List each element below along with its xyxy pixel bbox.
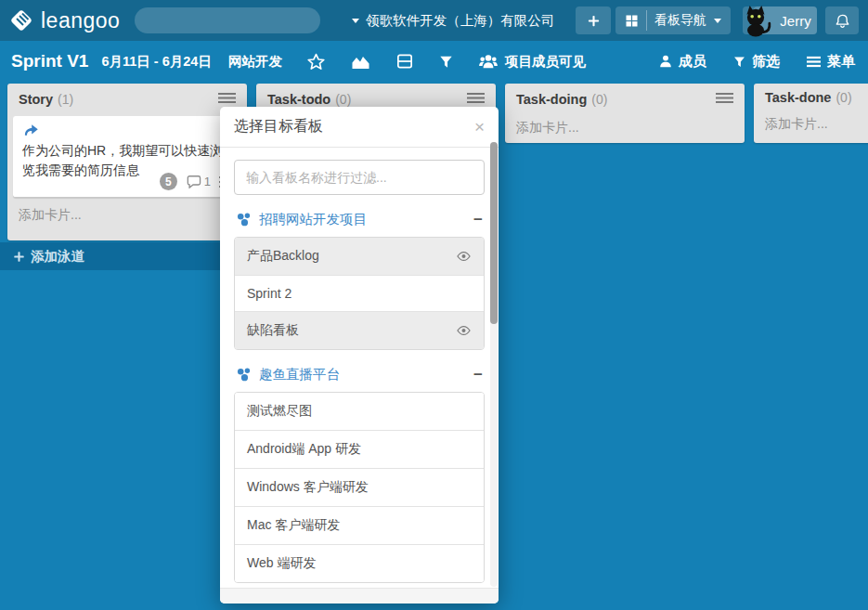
menu-button[interactable]: 菜单 <box>806 53 855 71</box>
project-link[interactable]: 网站开发 <box>228 53 282 71</box>
collapse-swimlane-button[interactable] <box>395 52 414 71</box>
story-card[interactable]: 作为公司的HR，我期望可以快速浏览我需要的简历信息 5 1 <box>13 116 241 198</box>
person-icon <box>658 54 673 69</box>
column-name: Task-doing <box>516 92 587 107</box>
project-group-header: 趣鱼直播平台 − <box>236 366 483 383</box>
board-nav-button[interactable]: 看板导航 <box>615 6 731 34</box>
visibility-label: 项目成员可见 <box>505 53 586 71</box>
menu-label: 菜单 <box>827 53 855 71</box>
leangoo-logo[interactable]: leangoo <box>0 8 129 33</box>
dialog-scrollbar[interactable] <box>490 142 498 587</box>
board-filter-input[interactable] <box>234 160 485 195</box>
filter-button[interactable]: 筛选 <box>732 53 780 71</box>
top-app-bar: leangoo 领歌软件开发（上海）有限公司 看板导航 <box>0 0 868 41</box>
column-count: (0) <box>836 90 851 105</box>
project-group-header: 招聘网站开发项目 − <box>236 211 483 228</box>
board-option[interactable]: 产品Backlog <box>235 238 484 275</box>
board-nav-label: 看板导航 <box>654 12 706 29</box>
collapse-group-icon[interactable]: − <box>473 367 483 383</box>
column-count: (0) <box>335 92 351 107</box>
plus-icon <box>587 14 601 28</box>
board-list: 测试燃尽图 Android端 App 研发 Windows 客户端研发 Mac … <box>234 392 485 583</box>
comment-count: 1 <box>186 175 211 188</box>
board-option[interactable]: 缺陷看板 <box>235 311 484 349</box>
column-story: Story (1) 作为公司的HR，我期望可以快速浏览我需要的简历信息 5 1 <box>7 84 247 240</box>
board-option[interactable]: Web 端研发 <box>235 544 484 582</box>
board-option-label: Android端 App 研发 <box>247 441 361 458</box>
favorite-star-button[interactable] <box>306 52 326 71</box>
project-group-name[interactable]: 招聘网站开发项目 <box>259 211 367 228</box>
project-cluster-icon <box>236 212 253 227</box>
column-name: Task-done <box>765 90 831 105</box>
column-count: (0) <box>591 92 607 107</box>
column-header: Task-done (0) <box>754 84 868 109</box>
user-menu-button[interactable]: Jerry <box>743 6 817 34</box>
board-option-label: Mac 客户端研发 <box>247 517 340 534</box>
board-option-label: 测试燃尽图 <box>247 403 312 420</box>
funnel-icon <box>438 54 454 70</box>
forward-arrow-icon[interactable] <box>22 123 39 136</box>
collapse-group-icon[interactable]: − <box>473 212 483 227</box>
select-target-board-dialog: 选择目标看板 × 招聘网站开发项目 − 产品Backlog <box>220 107 499 604</box>
board-option[interactable]: Windows 客户端研发 <box>235 468 484 506</box>
toolbar-right-actions: 成员 筛选 菜单 <box>658 53 855 71</box>
divider <box>646 10 647 31</box>
members-label: 成员 <box>679 53 706 71</box>
column-task-doing: Task-doing (0) 添加卡片... <box>505 84 745 143</box>
column-count: (1) <box>58 92 73 107</box>
board-option[interactable]: 测试燃尽图 <box>235 393 484 430</box>
star-icon <box>306 52 326 71</box>
add-card-button[interactable]: 添加卡片... <box>7 200 247 233</box>
project-cluster-icon <box>236 367 253 383</box>
notifications-button[interactable] <box>825 6 859 34</box>
close-icon[interactable]: × <box>474 118 485 136</box>
people-icon <box>478 53 499 70</box>
board-option[interactable]: Mac 客户端研发 <box>235 506 484 544</box>
board-option[interactable]: Android端 App 研发 <box>235 430 484 468</box>
avatar <box>739 4 772 37</box>
filter-label: 筛选 <box>752 53 780 71</box>
column-menu-icon[interactable] <box>714 90 735 109</box>
column-header: Story (1) <box>7 84 247 112</box>
board-list: 产品Backlog Sprint 2 缺陷看板 <box>234 237 485 350</box>
column-menu-icon[interactable] <box>216 90 238 109</box>
board-option-label: 缺陷看板 <box>247 322 299 339</box>
global-search[interactable] <box>135 7 320 33</box>
hamburger-icon <box>806 55 822 69</box>
comment-bubble-icon <box>186 175 201 188</box>
dialog-title: 选择目标看板 <box>234 117 323 136</box>
add-swimlane-label: 添加泳道 <box>31 248 84 266</box>
members-button[interactable]: 成员 <box>658 53 706 71</box>
scrollbar-thumb[interactable] <box>490 142 498 324</box>
topbar-actions: 看板导航 Jerry <box>576 6 859 34</box>
board-visibility[interactable]: 项目成员可见 <box>478 53 586 71</box>
board-option-label: 产品Backlog <box>247 248 319 265</box>
column-name: Story <box>19 92 53 107</box>
chevron-down-icon <box>714 19 721 23</box>
sprint-date-range[interactable]: 6月11日 - 6月24日 <box>101 53 211 71</box>
board-option[interactable]: Sprint 2 <box>235 275 484 311</box>
create-board-button[interactable] <box>576 6 611 34</box>
project-group-name[interactable]: 趣鱼直播平台 <box>259 366 340 383</box>
add-card-button[interactable]: 添加卡片... <box>505 112 745 146</box>
plus-icon <box>13 251 25 263</box>
collapse-row-icon <box>395 52 414 71</box>
board-title[interactable]: Sprint V1 <box>11 51 88 71</box>
area-chart-icon <box>350 52 371 71</box>
column-task-done: Task-done (0) 添加卡片... <box>754 84 868 143</box>
eye-icon <box>456 250 472 263</box>
burndown-chart-button[interactable] <box>350 52 371 71</box>
add-card-button[interactable]: 添加卡片... <box>754 109 868 142</box>
eye-icon <box>456 324 472 337</box>
search-input[interactable] <box>148 14 311 28</box>
column-header: Task-doing (0) <box>505 84 745 112</box>
board-option-label: Web 端研发 <box>247 555 316 572</box>
organization-name: 领歌软件开发（上海）有限公司 <box>366 12 554 30</box>
quick-filter-button[interactable] <box>438 54 454 70</box>
chevron-down-icon <box>352 19 359 23</box>
column-menu-icon[interactable] <box>465 90 486 109</box>
grid-icon <box>625 14 639 28</box>
story-points-badge: 5 <box>160 173 177 190</box>
organization-selector[interactable]: 领歌软件开发（上海）有限公司 <box>352 12 554 30</box>
funnel-icon <box>732 55 746 69</box>
